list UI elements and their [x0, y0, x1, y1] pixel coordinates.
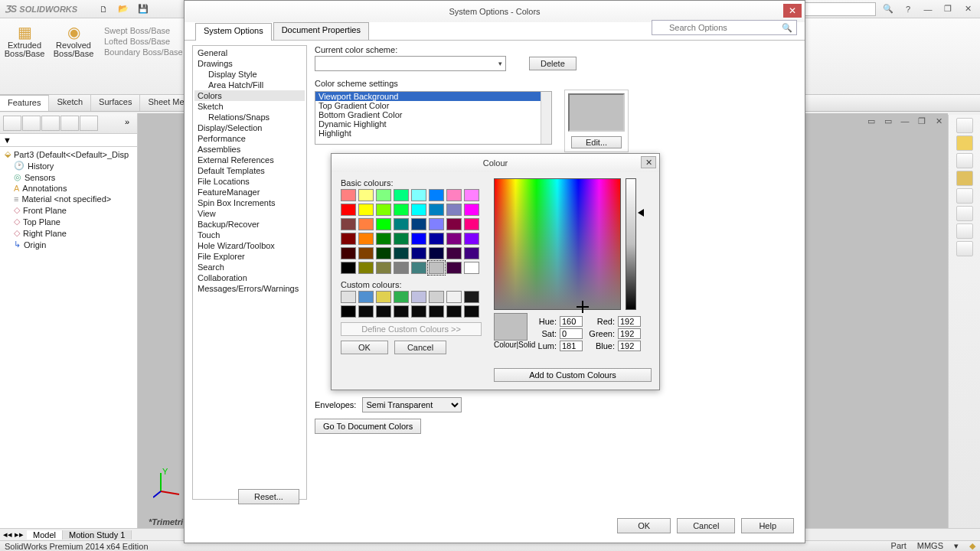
- basic-colour-swatch[interactable]: [446, 233, 462, 245]
- fm-expand-icon[interactable]: »: [120, 116, 134, 131]
- envelopes-combo[interactable]: Semi Transparent: [362, 397, 462, 412]
- custom-colour-swatch[interactable]: [376, 305, 391, 318]
- vp-restore-icon[interactable]: ❐: [914, 115, 929, 127]
- basic-colour-swatch[interactable]: [341, 218, 356, 230]
- basic-colour-swatch[interactable]: [376, 262, 391, 274]
- red-input[interactable]: [618, 316, 641, 327]
- cancel-button[interactable]: Cancel: [677, 518, 735, 533]
- taskpane-btn-6[interactable]: [956, 206, 973, 221]
- cat-file-explorer[interactable]: File Explorer: [194, 251, 305, 262]
- goto-document-colors-button[interactable]: Go To Document Colors: [315, 419, 421, 434]
- colour-ok-button[interactable]: OK: [341, 341, 388, 354]
- basic-colour-swatch[interactable]: [446, 204, 462, 216]
- blue-input[interactable]: [618, 341, 641, 351]
- basic-colour-swatch[interactable]: [341, 262, 356, 274]
- setting-dynamic-highlight[interactable]: Dynamic Highlight: [315, 119, 551, 129]
- luminance-slider[interactable]: [626, 178, 636, 310]
- setting-bottom-gradient[interactable]: Bottom Gradient Color: [315, 110, 551, 119]
- taskpane-btn-4[interactable]: [956, 171, 973, 186]
- cat-colors[interactable]: Colors: [194, 90, 305, 101]
- setting-top-gradient[interactable]: Top Gradient Color: [315, 101, 551, 110]
- basic-colour-swatch[interactable]: [376, 189, 391, 201]
- custom-colour-swatch[interactable]: [411, 291, 426, 303]
- cat-hole-wizard[interactable]: Hole Wizard/Toolbox: [194, 240, 305, 251]
- hue-input[interactable]: [560, 316, 583, 327]
- custom-colour-swatch[interactable]: [341, 305, 356, 318]
- minimize-icon[interactable]: —: [920, 3, 936, 15]
- custom-colour-swatch[interactable]: [394, 291, 409, 303]
- luminance-arrow-icon[interactable]: [638, 209, 644, 217]
- custom-colour-swatch[interactable]: [446, 305, 462, 318]
- basic-colour-swatch[interactable]: [411, 262, 426, 274]
- cat-collaboration[interactable]: Collaboration: [194, 272, 305, 283]
- basic-colour-swatch[interactable]: [394, 189, 409, 201]
- basic-colour-swatch[interactable]: [358, 247, 374, 259]
- custom-colour-swatch[interactable]: [464, 291, 479, 303]
- revolved-boss-button[interactable]: ◉ Revolved Boss/Base: [55, 23, 92, 58]
- cat-display-style[interactable]: Display Style: [194, 69, 305, 80]
- taskpane-btn-5[interactable]: [956, 188, 973, 204]
- swept-boss-button[interactable]: Swept Boss/Base: [104, 26, 183, 35]
- setting-viewport-bg[interactable]: Viewport Background: [315, 92, 551, 101]
- lofted-boss-button[interactable]: Lofted Boss/Base: [104, 37, 183, 46]
- new-doc-icon[interactable]: 🗋: [96, 3, 111, 15]
- basic-colour-swatch[interactable]: [429, 218, 444, 230]
- hue-saturation-field[interactable]: [494, 178, 621, 310]
- basic-colour-swatch[interactable]: [341, 233, 356, 245]
- basic-colour-swatch[interactable]: [429, 233, 444, 245]
- custom-colour-swatch[interactable]: [358, 305, 374, 318]
- tab-features[interactable]: Features: [0, 95, 49, 111]
- cat-touch[interactable]: Touch: [194, 230, 305, 240]
- custom-colour-swatch[interactable]: [394, 305, 409, 318]
- basic-colour-swatch[interactable]: [358, 262, 374, 274]
- basic-colour-swatch[interactable]: [411, 218, 426, 230]
- delete-button[interactable]: Delete: [529, 57, 577, 70]
- tab-document-properties[interactable]: Document Properties: [273, 22, 369, 40]
- fm-tab-4[interactable]: [60, 116, 79, 131]
- cat-default-templates[interactable]: Default Templates: [194, 165, 305, 176]
- fm-tab-5[interactable]: [80, 116, 98, 131]
- basic-colour-swatch[interactable]: [429, 189, 444, 201]
- cat-assemblies[interactable]: Assemblies: [194, 144, 305, 155]
- tree-material[interactable]: ≡Material <not specified>: [3, 194, 134, 204]
- basic-colour-swatch[interactable]: [411, 204, 426, 216]
- colour-dialog-close[interactable]: ✕: [641, 156, 656, 168]
- fm-tab-2[interactable]: [22, 116, 41, 131]
- cat-backup[interactable]: Backup/Recover: [194, 219, 305, 230]
- help-search-input[interactable]: [799, 2, 876, 16]
- help-button[interactable]: Help: [741, 518, 794, 533]
- tree-annotations[interactable]: AAnnotations: [3, 183, 134, 194]
- tree-history[interactable]: 🕑History: [3, 160, 134, 171]
- basic-colour-swatch[interactable]: [394, 204, 409, 216]
- define-custom-colours-button[interactable]: Define Custom Colours >>: [341, 322, 482, 336]
- dialog-title-bar[interactable]: System Options - Colors ✕: [185, 1, 805, 22]
- taskpane-btn-2[interactable]: [956, 135, 973, 151]
- tree-root[interactable]: ⬙Part3 (Default<<Default>_Disp: [3, 148, 134, 160]
- cat-search[interactable]: Search: [194, 262, 305, 272]
- vp-minimize-icon[interactable]: —: [897, 115, 913, 127]
- basic-colour-swatch[interactable]: [429, 262, 444, 274]
- cat-view[interactable]: View: [194, 208, 305, 219]
- green-input[interactable]: [618, 328, 641, 339]
- basic-colour-swatch[interactable]: [358, 204, 374, 216]
- custom-colour-swatch[interactable]: [464, 305, 479, 318]
- add-to-custom-button[interactable]: Add to Custom Colours: [494, 368, 652, 382]
- basic-colour-swatch[interactable]: [464, 233, 479, 245]
- basic-colour-swatch[interactable]: [358, 218, 374, 230]
- basic-colour-swatch[interactable]: [446, 247, 462, 259]
- motion-study-tab[interactable]: Motion Study 1: [63, 530, 132, 540]
- basic-colour-swatch[interactable]: [376, 204, 391, 216]
- basic-colour-swatch[interactable]: [464, 204, 479, 216]
- cat-area-hatch[interactable]: Area Hatch/Fill: [194, 80, 305, 90]
- vp-close-icon[interactable]: ✕: [931, 115, 946, 127]
- boundary-boss-button[interactable]: Boundary Boss/Base: [104, 47, 183, 57]
- restore-icon[interactable]: ❐: [940, 3, 956, 15]
- model-tab[interactable]: Model: [27, 530, 63, 540]
- basic-colour-swatch[interactable]: [341, 189, 356, 201]
- custom-colour-swatch[interactable]: [358, 291, 374, 303]
- tree-origin[interactable]: ↳Origin: [3, 239, 134, 250]
- cat-drawings[interactable]: Drawings: [194, 58, 305, 69]
- cat-performance[interactable]: Performance: [194, 133, 305, 144]
- filter-bar[interactable]: ▼: [0, 134, 137, 147]
- basic-colour-swatch[interactable]: [341, 204, 356, 216]
